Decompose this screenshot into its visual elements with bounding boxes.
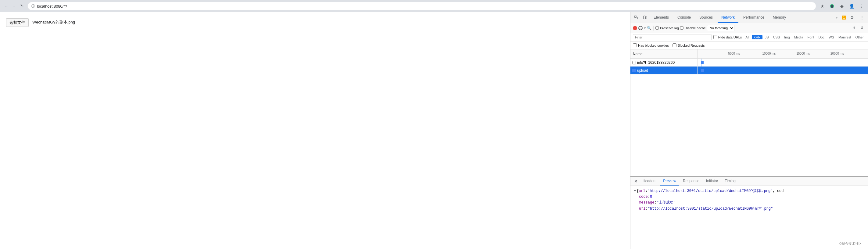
filter-js[interactable]: JS	[763, 35, 771, 39]
filter-ws[interactable]: WS	[827, 35, 836, 39]
row-checkbox[interactable]	[632, 61, 636, 64]
filter-icon[interactable]: ▿	[644, 26, 646, 30]
export-button[interactable]: ⇩	[858, 24, 866, 32]
bookmark-button[interactable]: ★	[818, 2, 827, 10]
tab-performance[interactable]: Performance	[740, 12, 768, 23]
extensions-button[interactable]: ◆	[837, 2, 846, 10]
hide-urls-label[interactable]: Hide data URLs	[713, 35, 742, 39]
waterfall-bar-selected	[701, 69, 704, 72]
filter-type-buttons: All XHR JS CSS Img Media Font Doc WS Man…	[744, 35, 866, 39]
browser-actions: ★ ◆ 👤 ⋮	[818, 2, 866, 10]
request-details: ✕ Headers Preview Response Initiator Tim…	[630, 176, 868, 249]
browser-chrome: ← → ↻ ⓘ localhost:8080/#/ ★ ◆ 👤 ⋮	[0, 0, 868, 12]
has-blocked-cookies-label[interactable]: Has blocked cookies	[633, 43, 669, 47]
close-detail-button[interactable]: ✕	[633, 178, 639, 184]
clear-button[interactable]: ○	[638, 26, 643, 30]
expand-arrow[interactable]: ▼	[634, 189, 636, 194]
menu-button[interactable]: ⋮	[857, 2, 866, 10]
json-url-value-inline: "http://localhost:3001/static/upload/Wec…	[648, 188, 773, 194]
blocked-requests-checkbox[interactable]	[673, 43, 677, 47]
req-tab-preview[interactable]: Preview	[660, 177, 679, 186]
tick-10000: 10000 ms	[762, 52, 776, 55]
tick-15000: 15000 ms	[796, 52, 810, 55]
svg-rect-2	[646, 17, 647, 19]
json-code-value: 0	[650, 194, 652, 200]
blocked-bar: Has blocked cookies Blocked Requests	[630, 41, 868, 50]
device-toggle-button[interactable]	[641, 14, 649, 21]
nav-buttons: ← → ↻	[2, 2, 26, 10]
timeline-header: Name 5000 ms 10000 ms 15000 ms 20000 ms	[630, 50, 868, 59]
tab-network[interactable]: Network	[718, 12, 738, 23]
filter-manifest[interactable]: Manifest	[837, 35, 853, 39]
filter-media[interactable]: Media	[793, 35, 805, 39]
req-tab-initiator[interactable]: Initiator	[703, 177, 721, 186]
search-icon[interactable]: 🔍	[647, 26, 651, 30]
upload-download-icons: ⇧ ⇩	[850, 24, 866, 32]
footer-text: ©掘金技术社区	[839, 242, 862, 245]
tab-console[interactable]: Console	[674, 12, 694, 23]
throttle-select[interactable]: No throttling	[707, 25, 735, 31]
filter-css[interactable]: CSS	[771, 35, 782, 39]
json-message-key: message	[639, 200, 654, 206]
preserve-log-checkbox[interactable]	[655, 26, 659, 30]
page-content: 选择文件 WechatIMG9的副本.png	[0, 12, 630, 249]
table-row[interactable]: upload	[630, 66, 868, 74]
waterfall-bar-blue	[701, 61, 703, 64]
json-message-value: "上传成功"	[657, 200, 676, 206]
json-root-open: {	[637, 188, 639, 194]
json-code-key: code	[639, 194, 648, 200]
json-line-code: code : 0	[639, 194, 864, 200]
filter-other[interactable]: Other	[854, 35, 866, 39]
tick-20000: 20000 ms	[831, 52, 844, 55]
json-url-value: "http://localhost:3001/static/upload/Wec…	[648, 206, 773, 212]
tab-sources[interactable]: Sources	[696, 12, 716, 23]
devtools-panel: Elements Console Sources Network Perform…	[630, 12, 868, 249]
page-footer: ©掘金技术社区	[839, 241, 862, 246]
reload-button[interactable]: ↻	[18, 2, 26, 10]
tab-memory[interactable]: Memory	[769, 12, 789, 23]
req-tab-headers[interactable]: Headers	[640, 177, 659, 186]
table-row[interactable]: info?t=1620183826260	[630, 59, 868, 66]
tab-elements[interactable]: Elements	[650, 12, 673, 23]
blocked-requests-label[interactable]: Blocked Requests	[673, 43, 705, 47]
back-button[interactable]: ←	[2, 2, 10, 10]
settings-button[interactable]: ⚙	[848, 14, 856, 21]
disable-cache-checkbox[interactable]	[680, 26, 683, 30]
address-bar[interactable]: ⓘ localhost:8080/#/	[27, 2, 816, 10]
req-tab-timing[interactable]: Timing	[722, 177, 739, 186]
filter-doc[interactable]: Doc	[817, 35, 827, 39]
disable-cache-label[interactable]: Disable cache	[680, 26, 706, 30]
forward-button[interactable]: →	[10, 2, 18, 10]
inspect-element-button[interactable]	[633, 14, 640, 21]
more-options-button[interactable]: ⋮	[858, 14, 866, 21]
devtools-tab-bar: Elements Console Sources Network Perform…	[630, 12, 868, 23]
req-tab-response[interactable]: Response	[680, 177, 703, 186]
filter-font[interactable]: Font	[806, 35, 816, 39]
warning-badge: 1	[842, 15, 846, 20]
waterfall-bar-container-selected	[698, 66, 868, 74]
filter-img[interactable]: Img	[782, 35, 792, 39]
choose-file-button[interactable]: 选择文件	[6, 18, 29, 27]
preserve-log-label[interactable]: Preserve log	[655, 26, 679, 30]
json-line-root: ▼ { url : "http://localhost:3001/static/…	[634, 188, 864, 194]
network-name-text: info?t=1620183826260	[637, 60, 675, 65]
waterfall-bar-container	[698, 59, 868, 66]
network-name-cell: info?t=1620183826260	[630, 59, 698, 66]
json-url-key: url	[639, 206, 646, 212]
network-name-text-selected: upload	[637, 68, 648, 73]
tick-5000: 5000 ms	[728, 52, 740, 55]
has-blocked-cookies-checkbox[interactable]	[633, 43, 637, 47]
record-button[interactable]	[633, 26, 637, 30]
filter-all[interactable]: All	[744, 35, 751, 39]
request-detail-tabs: ✕ Headers Preview Response Initiator Tim…	[630, 177, 868, 186]
tab-more[interactable]: »	[833, 14, 840, 21]
filter-input[interactable]	[633, 34, 712, 40]
svg-rect-0	[635, 16, 636, 18]
toolbar-divider	[653, 26, 654, 31]
filter-xhr[interactable]: XHR	[752, 35, 763, 39]
request-preview-content: ▼ { url : "http://localhost:3001/static/…	[630, 186, 868, 249]
import-button[interactable]: ⇧	[850, 24, 858, 32]
hide-urls-checkbox[interactable]	[713, 35, 717, 39]
profile-button[interactable]: 👤	[847, 2, 856, 10]
vuejs-devtools-button[interactable]	[828, 2, 836, 10]
